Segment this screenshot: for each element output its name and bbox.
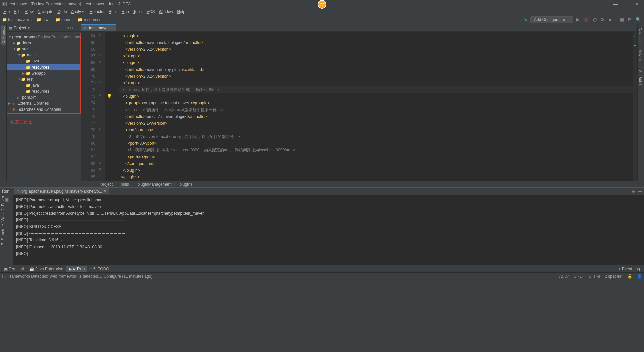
nav-breadcrumbs[interactable]: 📁 test_maven〉📁 src〉📁 main〉📁 resources (2, 17, 101, 23)
profile-icon[interactable]: ⟳ (600, 17, 605, 22)
side-tab-structure[interactable]: 7: Structure (0, 223, 6, 246)
menu-refactor[interactable]: Refactor (88, 9, 107, 15)
hide-panel-icon[interactable]: — (75, 26, 79, 30)
readonly-icon[interactable]: 🔓 (627, 274, 632, 279)
project-panel-label[interactable]: ▤ Project ▾ (9, 26, 30, 30)
editor-area: mtest_maven× 646566676869707172737475767… (81, 24, 637, 181)
gear-icon[interactable]: ⚙ (70, 26, 74, 30)
debug-icon[interactable]: 🐞 (583, 17, 590, 22)
line-separator[interactable]: CRLF (574, 274, 584, 279)
menu-vcs[interactable]: VCS (145, 9, 157, 15)
hide-run-icon[interactable]: — (638, 189, 642, 194)
tool-windows-icon[interactable]: ▢ (2, 274, 6, 279)
nav-bar: 📁 test_maven〉📁 src〉📁 main〉📁 resources ↘ … (0, 15, 644, 24)
side-tab-web[interactable]: Web (0, 212, 6, 223)
menu-tools[interactable]: Tools (131, 9, 145, 15)
run-settings-icon[interactable]: ⚙ (632, 189, 635, 194)
project-panel: ▤ Project ▾ ⊕ ⇥ ⚙ — ▼▮test_maven D:\Java… (7, 24, 81, 181)
stop-icon[interactable]: ■ (607, 17, 612, 22)
search-icon[interactable]: 🔍 (635, 17, 642, 22)
menu-help[interactable]: Help (175, 9, 187, 15)
menu-edit[interactable]: Edit (12, 9, 23, 15)
indent-info[interactable]: 2 spaces* (605, 274, 623, 279)
side-tab-database[interactable]: Database (638, 26, 643, 45)
tab-todo[interactable]: ≡ 6: TODO (87, 266, 112, 272)
inspection-icon[interactable]: 👤 (637, 274, 642, 279)
side-tab-maven[interactable]: Maven (638, 48, 643, 63)
menu-run[interactable]: Run (120, 9, 131, 15)
menu-code[interactable]: Code (55, 9, 69, 15)
editor-breadcrumbs[interactable]: project〉build〉pluginManagement〉plugins (0, 181, 644, 187)
side-tab-project[interactable]: 1: Project (1, 25, 6, 45)
window-title: test_maven [D:\JavaProject\test_maven] -… (9, 2, 131, 6)
caret-position: 72:37 (559, 274, 569, 279)
app-logo-icon: IJ (2, 2, 7, 6)
project-tree[interactable]: ▼▮test_maven D:\JavaProject\test_maven ▶… (7, 32, 81, 115)
run-tool-window: Run: morg.apache.maven.plugins:maven-arc… (0, 187, 644, 265)
toolwindow-icon[interactable]: ▣ (619, 17, 625, 22)
side-tab-ant[interactable]: Ant Build (638, 68, 643, 87)
tab-javaee[interactable]: ☕ Java Enterprise (26, 266, 66, 272)
structure-icon[interactable]: ⊞ (627, 17, 633, 22)
run-icon[interactable]: ▶ (575, 17, 581, 22)
status-bar: ▢ Frameworks Detected: Web framework is … (0, 272, 644, 280)
minimize-icon[interactable]: — (613, 1, 618, 7)
bottom-tool-tabs: ▣ Terminal ☕ Java Enterprise ▶ 4: Run ≡ … (0, 265, 644, 272)
console-output[interactable]: [INFO] Parameter: groupId, Value: pers.l… (13, 195, 644, 265)
close-tab-icon[interactable]: × (111, 26, 113, 30)
tab-terminal[interactable]: ▣ Terminal (1, 266, 26, 272)
left-tool-strip: 1: Project (0, 24, 7, 181)
menu-build[interactable]: Build (107, 9, 120, 15)
menu-navigate[interactable]: Navigate (36, 9, 55, 15)
status-message[interactable]: Frameworks Detected: Web framework is de… (8, 274, 152, 279)
right-tool-strip: Database Maven Ant Build (637, 24, 644, 181)
menu-bar: FileEditViewNavigateCodeAnalyzeRefactorB… (0, 8, 644, 15)
menu-window[interactable]: Window (157, 9, 175, 15)
close-run-tab-icon[interactable]: × (104, 189, 106, 194)
tree-node-resources[interactable]: 📁resources (7, 64, 80, 70)
collapse-all-icon[interactable]: ⇥ (66, 26, 69, 30)
maximize-icon[interactable]: ◻ (625, 1, 629, 7)
left-tool-strip-bottom: 2: Favorites Web 7: Structure (0, 188, 7, 246)
menu-file[interactable]: File (1, 9, 12, 15)
menu-view[interactable]: View (23, 9, 36, 15)
event-log-button[interactable]: ●Event Log (618, 267, 643, 271)
coverage-icon[interactable]: ◷ (592, 17, 598, 22)
target-icon[interactable]: ⊕ (61, 26, 65, 30)
annotation-note: 设置完如图 (7, 115, 81, 129)
file-encoding[interactable]: UTF-8 (589, 274, 600, 279)
build-icon[interactable]: ↘ (523, 17, 528, 22)
side-tab-favorites[interactable]: 2: Favorites (0, 188, 6, 212)
inspection-ok-icon[interactable]: ✓ (633, 32, 636, 39)
menu-analyze[interactable]: Analyze (69, 9, 88, 15)
close-icon[interactable]: ✕ (635, 1, 639, 7)
code-editor[interactable]: 6465666768697071727374757677787980818283… (81, 32, 637, 181)
tab-run[interactable]: ▶ 4: Run (66, 266, 87, 272)
run-config-tab[interactable]: morg.apache.maven.plugins:maven-archetyp… (14, 188, 109, 194)
add-configuration-button[interactable]: Add Configuration... (530, 16, 573, 23)
editor-tab[interactable]: mtest_maven× (81, 24, 116, 31)
bulb-icon[interactable]: 💡 (107, 93, 112, 100)
notification-badge: 77 (318, 0, 326, 9)
